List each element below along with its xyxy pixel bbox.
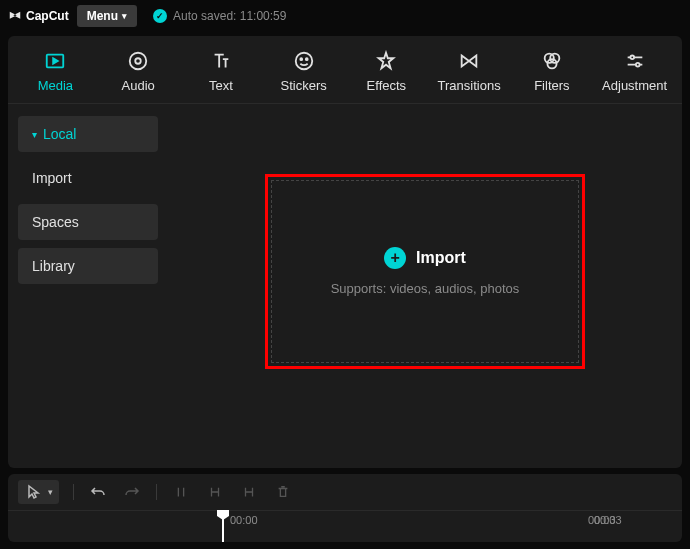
plus-icon: + (384, 247, 406, 269)
svg-point-5 (305, 58, 307, 60)
sidebar-item-spaces[interactable]: Spaces (18, 204, 158, 240)
tab-stickers[interactable]: Stickers (262, 46, 345, 103)
svg-point-2 (135, 58, 141, 64)
svg-point-10 (636, 63, 640, 67)
tab-audio[interactable]: Audio (97, 46, 180, 103)
sidebar-item-local[interactable]: Local (18, 116, 158, 152)
divider (73, 484, 74, 500)
timeline-panel: ▾ 00:00 00:03 00:03 (8, 474, 682, 542)
capcut-logo-icon (8, 9, 22, 23)
sidebar-item-label: Import (32, 170, 72, 186)
chevron-down-icon: ▾ (48, 487, 53, 497)
main-panel: Media Audio Text Stickers Effects (8, 36, 682, 468)
tab-label: Transitions (438, 78, 501, 93)
menu-label: Menu (87, 9, 118, 23)
tab-transitions[interactable]: Transitions (428, 46, 511, 103)
chevron-down-icon: ▾ (122, 11, 127, 21)
filters-icon (541, 50, 563, 72)
check-icon: ✓ (153, 9, 167, 23)
cursor-icon (24, 482, 44, 502)
svg-point-8 (547, 59, 556, 68)
text-icon (210, 50, 232, 72)
svg-point-9 (630, 56, 634, 60)
effects-icon (375, 50, 397, 72)
timeline-toolbar: ▾ (8, 474, 682, 511)
sidebar-item-label: Local (43, 126, 76, 142)
tab-label: Media (38, 78, 73, 93)
adjustment-icon (624, 50, 646, 72)
tab-label: Text (209, 78, 233, 93)
timeline-ruler[interactable]: 00:00 00:03 00:03 (8, 511, 682, 542)
redo-button[interactable] (122, 482, 142, 502)
autosave-text: Auto saved: 11:00:59 (173, 9, 286, 23)
selection-tool-group[interactable]: ▾ (18, 480, 59, 504)
tab-media[interactable]: Media (14, 46, 97, 103)
stickers-icon (293, 50, 315, 72)
tab-label: Stickers (281, 78, 327, 93)
trim-right-button[interactable] (239, 482, 259, 502)
sidebar-item-library[interactable]: Library (18, 248, 158, 284)
tab-label: Audio (122, 78, 155, 93)
tab-label: Effects (367, 78, 407, 93)
tab-adjustment[interactable]: Adjustment (593, 46, 676, 103)
app-name: CapCut (26, 9, 69, 23)
tab-bar: Media Audio Text Stickers Effects (8, 36, 682, 103)
import-row: + Import (384, 247, 466, 269)
split-button[interactable] (171, 482, 191, 502)
titlebar: CapCut Menu ▾ ✓ Auto saved: 11:00:59 (0, 0, 690, 32)
supports-text: Supports: videos, audios, photos (331, 281, 520, 296)
import-drop-area[interactable]: + Import Supports: videos, audios, photo… (265, 174, 585, 369)
drop-area-container: + Import Supports: videos, audios, photo… (168, 104, 682, 468)
tab-effects[interactable]: Effects (345, 46, 428, 103)
transitions-icon (458, 50, 480, 72)
tab-filters[interactable]: Filters (511, 46, 594, 103)
app-logo: CapCut (8, 9, 69, 23)
sidebar-item-label: Library (32, 258, 75, 274)
time-label-2: 00:03 (594, 514, 622, 526)
media-icon (44, 50, 66, 72)
content-area: Local Import Spaces Library + Import Sup… (8, 103, 682, 468)
svg-point-4 (300, 58, 302, 60)
import-label: Import (416, 249, 466, 267)
tab-label: Filters (534, 78, 569, 93)
delete-button[interactable] (273, 482, 293, 502)
sidebar: Local Import Spaces Library (8, 104, 168, 468)
divider (156, 484, 157, 500)
audio-icon (127, 50, 149, 72)
tab-text[interactable]: Text (180, 46, 263, 103)
svg-point-1 (130, 53, 147, 70)
trim-left-button[interactable] (205, 482, 225, 502)
sidebar-item-label: Spaces (32, 214, 79, 230)
sidebar-item-import[interactable]: Import (18, 160, 158, 196)
undo-button[interactable] (88, 482, 108, 502)
autosave-status: ✓ Auto saved: 11:00:59 (153, 9, 286, 23)
svg-point-3 (295, 53, 312, 70)
playhead[interactable] (222, 511, 224, 542)
menu-button[interactable]: Menu ▾ (77, 5, 137, 27)
time-label-start: 00:00 (230, 514, 258, 526)
tab-label: Adjustment (602, 78, 667, 93)
